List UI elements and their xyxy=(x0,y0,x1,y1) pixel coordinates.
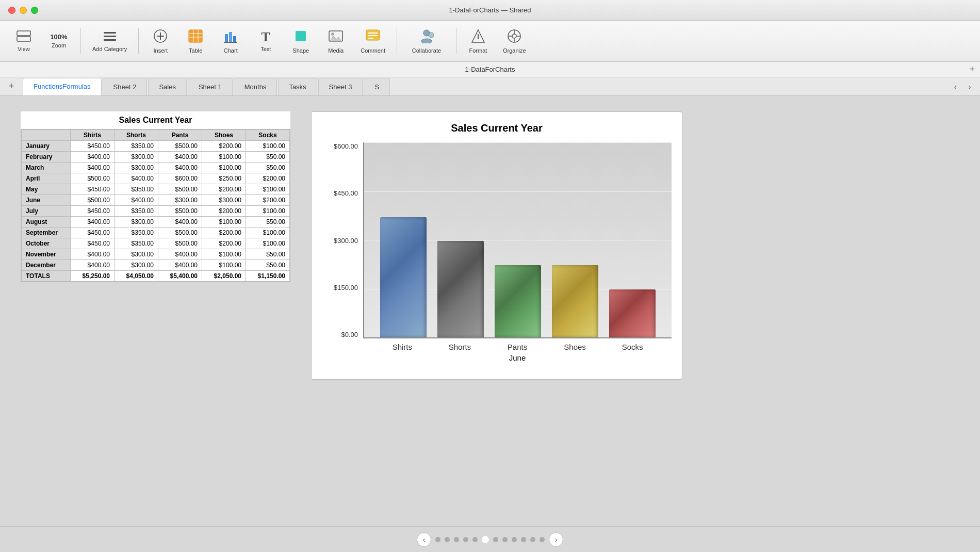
pagination-dot-10[interactable] xyxy=(521,537,526,542)
sheet-tab-s[interactable]: S xyxy=(364,78,390,95)
shape-icon xyxy=(293,29,308,45)
cell-pants: $400.00 xyxy=(158,249,202,260)
cell-socks: $100.00 xyxy=(246,206,290,217)
totals-row: TOTALS $5,250.00 $4,050.00 $5,400.00 $2,… xyxy=(22,271,290,282)
header-shorts: Shorts xyxy=(115,130,158,141)
table-row: November $400.00 $300.00 $400.00 $100.00… xyxy=(22,249,290,260)
collaborate-icon xyxy=(418,29,435,45)
insert-button[interactable]: Insert xyxy=(145,24,176,59)
header-shoes: Shoes xyxy=(202,130,246,141)
cell-shirts: $400.00 xyxy=(71,152,115,163)
pagination-dot-8[interactable] xyxy=(502,537,508,542)
cell-pants: $500.00 xyxy=(158,206,202,217)
minimize-button[interactable] xyxy=(20,7,27,14)
chart-bar-group xyxy=(437,241,484,337)
y-label-150: $150.00 xyxy=(334,284,358,291)
svg-rect-14 xyxy=(229,32,232,42)
cell-shirts: $450.00 xyxy=(71,206,115,217)
organize-button[interactable]: Organize xyxy=(498,24,531,59)
svg-rect-17 xyxy=(296,31,306,41)
svg-rect-0 xyxy=(17,31,30,36)
totals-label: TOTALS xyxy=(22,271,71,282)
table-row: September $450.00 $350.00 $500.00 $200.0… xyxy=(22,228,290,238)
zoom-icon: 100% xyxy=(50,34,67,40)
pagination-dot-12[interactable] xyxy=(540,537,545,542)
chart-title: Sales Current Year xyxy=(322,122,672,134)
pagination-dot-3[interactable] xyxy=(454,537,459,542)
cell-pants: $600.00 xyxy=(158,173,202,184)
table-row: March $400.00 $300.00 $400.00 $100.00 $5… xyxy=(22,163,290,173)
x-label-shirts: Shirts xyxy=(379,343,426,351)
pagination-prev[interactable]: ‹ xyxy=(417,532,431,547)
zoom-button[interactable]: 100% Zoom xyxy=(43,24,74,59)
pagination-dot-6[interactable] xyxy=(482,536,489,543)
media-button[interactable]: Media xyxy=(320,24,351,59)
pagination-dot-2[interactable] xyxy=(445,537,450,542)
collaborate-button[interactable]: Collaborate xyxy=(403,24,450,59)
chart-button[interactable]: Chart xyxy=(215,24,246,59)
pagination-dot-5[interactable] xyxy=(472,537,478,542)
close-button[interactable] xyxy=(8,7,15,14)
maximize-button[interactable] xyxy=(31,7,38,14)
divider-1 xyxy=(80,28,81,54)
cell-shorts: $400.00 xyxy=(115,195,158,206)
cell-socks: $200.00 xyxy=(246,173,290,184)
sheet-next-button[interactable]: › xyxy=(963,80,976,93)
shape-button[interactable]: Shape xyxy=(285,24,316,59)
svg-rect-15 xyxy=(233,36,236,42)
row-month: July xyxy=(22,206,71,217)
header-empty xyxy=(22,130,71,141)
cell-pants: $400.00 xyxy=(158,260,202,271)
sheet-tab-functions-formulas[interactable]: FunctionsFormulas xyxy=(23,78,102,95)
sheet-tab-sheet3[interactable]: Sheet 3 xyxy=(318,78,363,95)
svg-rect-13 xyxy=(225,34,228,42)
add-sheet-sidebar[interactable]: + xyxy=(969,64,975,75)
cell-shirts: $450.00 xyxy=(71,184,115,195)
text-label: Text xyxy=(260,46,271,52)
view-button[interactable]: View xyxy=(8,24,39,59)
chart-bar-group xyxy=(552,265,598,337)
x-label-pants: Pants xyxy=(494,343,541,351)
cell-pants: $400.00 xyxy=(158,163,202,173)
format-icon xyxy=(471,29,485,45)
totals-shorts: $4,050.00 xyxy=(115,271,158,282)
pagination-dot-1[interactable] xyxy=(435,537,440,542)
pagination-next[interactable]: › xyxy=(549,532,563,547)
cell-socks: $50.00 xyxy=(246,260,290,271)
sheet-tab-sheet1[interactable]: Sheet 1 xyxy=(188,78,233,95)
svg-rect-2 xyxy=(104,32,116,34)
x-label-socks: Socks xyxy=(609,343,656,351)
sheet-tab-tasks[interactable]: Tasks xyxy=(278,78,317,95)
sheet-tab-sheet2[interactable]: Sheet 2 xyxy=(103,78,148,95)
cell-pants: $500.00 xyxy=(158,141,202,152)
pagination-dot-11[interactable] xyxy=(530,537,535,542)
comment-button[interactable]: Comment xyxy=(355,24,390,59)
cell-pants: $300.00 xyxy=(158,195,202,206)
pagination-dot-4[interactable] xyxy=(463,537,468,542)
window-title: 1-DataForCharts — Shared xyxy=(449,6,531,14)
add-sheet-button[interactable]: + xyxy=(4,79,19,94)
sheet-tab-sales[interactable]: Sales xyxy=(148,78,187,95)
sheet-prev-button[interactable]: ‹ xyxy=(949,80,961,93)
table-icon xyxy=(188,29,203,45)
cell-socks: $100.00 xyxy=(246,184,290,195)
svg-point-26 xyxy=(429,33,434,38)
add-category-button[interactable]: Add Category xyxy=(87,24,132,59)
pagination-dot-7[interactable] xyxy=(493,537,498,542)
divider-3 xyxy=(397,28,397,54)
format-button[interactable]: Format xyxy=(463,24,494,59)
sheet-tab-months[interactable]: Months xyxy=(234,78,277,95)
cell-socks: $50.00 xyxy=(246,249,290,260)
text-button[interactable]: T Text xyxy=(250,24,281,59)
table-button[interactable]: Table xyxy=(180,24,211,59)
cell-shorts: $350.00 xyxy=(115,184,158,195)
table-header-row: Shirts Shorts Pants Shoes Socks xyxy=(22,130,290,141)
pagination-dot-9[interactable] xyxy=(512,537,517,542)
table-row: February $400.00 $300.00 $400.00 $100.00… xyxy=(22,152,290,163)
media-label: Media xyxy=(328,47,344,54)
header-pants: Pants xyxy=(158,130,202,141)
chart-bar-group xyxy=(495,265,541,337)
doc-name-bar: 1-DataForCharts + xyxy=(0,62,980,77)
insert-label: Insert xyxy=(154,47,168,54)
chart-x-labels: Shirts Shorts Pants Shoes Socks xyxy=(363,338,672,351)
